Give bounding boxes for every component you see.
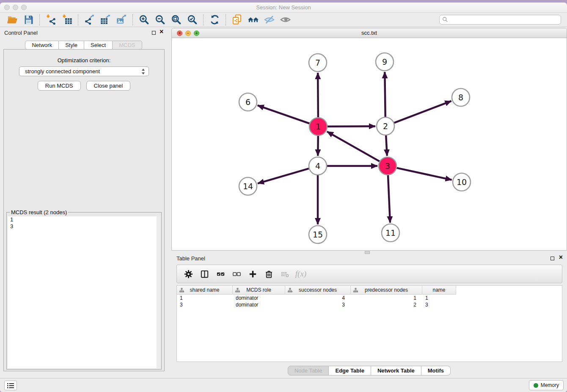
column-attribute-icon — [179, 288, 184, 293]
graph-node-label: 9 — [382, 57, 387, 66]
import-table-button[interactable] — [59, 14, 75, 26]
tab-network[interactable]: Network — [25, 41, 59, 50]
graph-edge-1-4[interactable] — [318, 136, 318, 156]
table-cell[interactable]: 1 — [422, 295, 456, 301]
right-column: × − + scc.txt 7968124314101511 Table Pan… — [171, 27, 567, 378]
mcds-result-item[interactable]: 3 — [8, 223, 160, 230]
network-window-title: scc.txt — [172, 30, 567, 36]
mcds-panel: Optimization criterion: strongly connect… — [3, 49, 165, 371]
network-graph[interactable]: 7968124314101511 — [172, 38, 566, 250]
column-attribute-icon — [235, 288, 240, 293]
tab-node-table[interactable]: Node Table — [288, 366, 329, 375]
table-cell[interactable]: 4 — [285, 295, 351, 301]
graph-node-label: 14 — [243, 182, 253, 191]
tab-style[interactable]: Style — [59, 41, 84, 50]
graph-edge-1-2[interactable] — [328, 126, 375, 127]
export-network-button[interactable] — [81, 14, 97, 26]
control-panel-float-icon[interactable] — [152, 31, 156, 35]
node-table: shared nameMCDS rolesuccessor nodesprede… — [176, 285, 562, 362]
graph-node-label: 2 — [383, 121, 388, 131]
table-header-name[interactable]: name — [422, 286, 456, 295]
graph-edge-1-6[interactable] — [258, 105, 310, 124]
select-all-button[interactable] — [213, 267, 228, 281]
graph-node-label: 1 — [316, 122, 321, 131]
zoom-out-button[interactable] — [152, 14, 168, 26]
zoom-fit-button[interactable] — [168, 14, 184, 26]
function-builder-button[interactable]: f(x) — [294, 267, 308, 281]
table-cell[interactable]: 3 — [285, 302, 351, 308]
apply-layout-button[interactable] — [206, 14, 223, 26]
table-panel-close-icon[interactable]: × — [559, 254, 563, 261]
table-cell[interactable]: 1 — [351, 295, 422, 301]
table-row[interactable]: 1dominator411 — [177, 295, 562, 301]
table-header-row: shared nameMCDS rolesuccessor nodesprede… — [177, 286, 562, 295]
save-session-button[interactable] — [20, 14, 36, 26]
network-window-titlebar: × − + scc.txt — [172, 28, 567, 38]
task-history-button[interactable] — [4, 381, 17, 390]
criterion-dropdown[interactable]: strongly connected component — [19, 66, 149, 76]
duplicate-network-button[interactable] — [229, 14, 245, 26]
fx-icon: f(x) — [295, 269, 306, 279]
tab-select[interactable]: Select — [84, 41, 113, 50]
table-cell[interactable]: 3 — [177, 302, 233, 308]
graph-edge-2-9[interactable] — [385, 72, 385, 117]
mcds-result-list[interactable]: 13 — [8, 216, 160, 368]
table-cell[interactable]: 1 — [177, 295, 233, 301]
graph-edge-3-11[interactable] — [388, 175, 390, 223]
delete-table-button[interactable] — [278, 267, 292, 281]
graph-edge-4-14[interactable] — [258, 168, 309, 183]
save-floppy-icon — [23, 14, 34, 25]
search-input[interactable] — [439, 15, 561, 25]
graph-edge-2-8[interactable] — [394, 101, 451, 123]
memory-button[interactable]: Memory — [529, 380, 564, 390]
table-panel-float-icon[interactable] — [550, 257, 554, 260]
control-panel-close-icon[interactable]: × — [160, 28, 163, 36]
zoom-selected-button[interactable] — [184, 14, 200, 26]
table-cell[interactable]: 3 — [422, 302, 456, 308]
horizontal-splitter-handle[interactable] — [365, 251, 370, 254]
hide-graphics-details-button[interactable] — [261, 14, 277, 26]
graph-edge-3-1[interactable] — [327, 132, 380, 161]
table-panel: Table Panel × — [171, 254, 567, 378]
plus-icon — [248, 269, 258, 279]
tab-motifs[interactable]: Motifs — [421, 366, 451, 375]
delete-row-button[interactable] — [261, 267, 276, 281]
status-bar: Memory — [0, 378, 567, 392]
search-icon — [442, 17, 448, 22]
graph-edge-3-10[interactable] — [396, 168, 451, 180]
run-mcds-button[interactable]: Run MCDS — [38, 81, 81, 91]
trash-icon — [264, 269, 274, 279]
graph-node-label: 7 — [315, 58, 320, 67]
control-panel: Control Panel × Network Style Select MCD… — [0, 27, 167, 378]
import-network-button[interactable] — [43, 14, 59, 26]
export-image-button[interactable] — [113, 14, 129, 26]
table-options-button[interactable] — [181, 267, 195, 281]
tab-network-table[interactable]: Network Table — [371, 366, 421, 375]
export-table-button[interactable] — [97, 14, 113, 26]
result-scrollbar[interactable] — [157, 216, 160, 368]
table-cell[interactable]: 2 — [351, 302, 422, 308]
table-header-shared-name[interactable]: shared name — [177, 286, 233, 295]
close-panel-button[interactable]: Close panel — [86, 81, 131, 91]
show-column-button[interactable] — [197, 267, 212, 281]
network-overview-button[interactable] — [245, 14, 261, 26]
tab-edge-table[interactable]: Edge Table — [329, 366, 371, 375]
table-header-MCDS-role[interactable]: MCDS role — [233, 286, 285, 295]
table-row[interactable]: 3dominator323 — [177, 301, 562, 308]
open-session-button[interactable] — [4, 14, 20, 26]
graph-edge-1-7[interactable] — [318, 73, 318, 117]
unselect-all-button[interactable] — [229, 267, 244, 281]
table-header-successor-nodes[interactable]: successor nodes — [285, 286, 351, 295]
main-toolbar — [0, 13, 567, 27]
table-header-predecessor-nodes[interactable]: predecessor nodes — [351, 286, 422, 295]
table-cell[interactable]: dominator — [233, 295, 285, 301]
open-folder-icon — [7, 14, 18, 25]
table-cell[interactable]: dominator — [233, 302, 285, 308]
zoom-in-button[interactable] — [136, 14, 152, 26]
network-canvas[interactable]: 7968124314101511 — [172, 38, 567, 250]
graph-edge-2-3[interactable] — [386, 135, 387, 156]
add-row-button[interactable] — [245, 267, 260, 281]
show-graphics-details-button[interactable] — [277, 14, 293, 26]
tab-mcds[interactable]: MCDS — [113, 41, 142, 50]
mcds-result-item[interactable]: 1 — [8, 216, 160, 223]
